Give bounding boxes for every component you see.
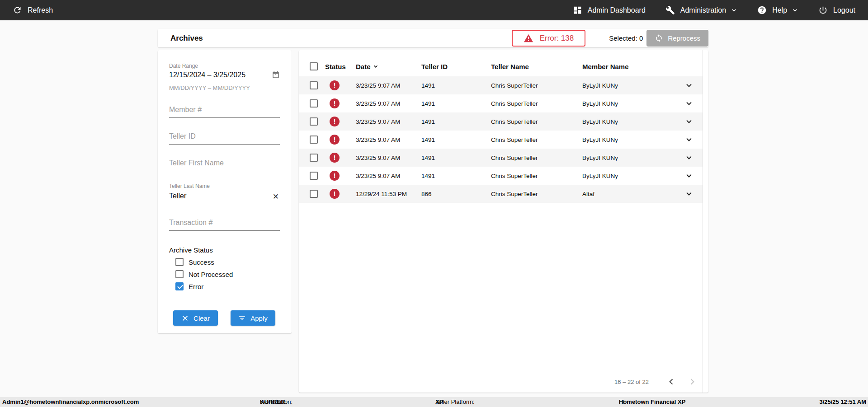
expand-row-icon[interactable] [684, 189, 693, 198]
nav-admin-dashboard-label: Admin Dashboard [588, 6, 646, 14]
refresh-button[interactable]: Refresh [13, 5, 53, 15]
table-row[interactable]: ! 3/23/25 9:07 AM 1491 Chris SuperTeller… [299, 112, 703, 131]
column-header-teller-id[interactable]: Teller ID [421, 63, 491, 70]
row-checkbox[interactable] [310, 99, 318, 108]
archive-status-option-2[interactable]: Error [175, 282, 280, 290]
archive-status-option-0[interactable]: Success [175, 258, 280, 266]
transaction-number-input[interactable] [169, 216, 280, 231]
table-row[interactable]: ! 3/23/25 9:07 AM 1491 Chris SuperTeller… [299, 149, 703, 167]
transaction-number-field [169, 216, 280, 231]
table-header-row: Status Date Teller ID Teller Name Member… [299, 50, 703, 76]
row-checkbox[interactable] [310, 136, 318, 144]
table-row[interactable]: ! 3/23/25 9:07 AM 1491 Chris SuperTeller… [299, 131, 703, 149]
cell-teller-name: Chris SuperTeller [491, 154, 582, 161]
member-number-field [169, 103, 280, 118]
column-header-member-name[interactable]: Member Name [582, 63, 675, 70]
teller-first-name-input[interactable] [169, 156, 280, 171]
expand-row-icon[interactable] [684, 81, 693, 90]
cell-member-name: ByLyJI KUNy [582, 100, 675, 107]
teller-last-name-input[interactable] [169, 189, 272, 204]
cell-teller-name: Chris SuperTeller [491, 136, 582, 143]
reprocess-button[interactable]: Reprocess [646, 30, 708, 47]
cell-member-name: ByLyJI KUNy [582, 82, 675, 89]
row-checkbox[interactable] [310, 190, 318, 198]
cell-date: 3/23/25 9:07 AM [356, 136, 421, 143]
topbar-nav: Admin Dashboard Administration Help Logo… [573, 5, 855, 15]
archive-status-option-1[interactable]: Not Processed [175, 270, 280, 278]
apply-button[interactable]: Apply [231, 310, 275, 326]
error-status-icon: ! [330, 80, 340, 90]
member-number-input[interactable] [169, 103, 280, 118]
page-range-label: 16 – 22 of 22 [614, 379, 649, 385]
cell-teller-id: 866 [421, 191, 491, 197]
column-header-date[interactable]: Date [356, 63, 421, 70]
date-range-label: Date Range [169, 63, 280, 69]
date-range-input[interactable]: 12/15/2024 – 3/25/2025 [169, 69, 280, 82]
pagination: 16 – 22 of 22 [614, 377, 697, 386]
checkbox-success[interactable] [175, 258, 184, 266]
warning-triangle-icon [524, 33, 533, 43]
topbar: Refresh Admin Dashboard Administration H… [0, 0, 868, 20]
row-checkbox[interactable] [310, 172, 318, 180]
expand-row-icon[interactable] [684, 99, 693, 108]
footer-datetime: 3/25/25 12:51 AM [819, 397, 866, 407]
cell-teller-name: Chris SuperTeller [491, 100, 582, 107]
table-row[interactable]: ! 3/23/25 9:07 AM 1491 Chris SuperTeller… [299, 167, 703, 185]
expand-row-icon[interactable] [684, 135, 693, 144]
error-status-icon: ! [330, 117, 340, 126]
next-page-icon[interactable] [688, 377, 697, 386]
page-header: Archives Error: 138 Selected: 0 Reproces… [158, 29, 708, 47]
select-all-checkbox[interactable] [310, 62, 318, 70]
date-range-value: 12/15/2024 – 3/25/2025 [169, 71, 245, 79]
error-status-icon: ! [330, 135, 340, 145]
checkbox-not-processed[interactable] [175, 270, 184, 278]
table-row[interactable]: ! 12/29/24 11:53 PM 866 Chris SuperTelle… [299, 185, 703, 203]
previous-page-icon[interactable] [667, 377, 676, 386]
chevron-down-icon [731, 7, 737, 14]
checkbox-success-label: Success [189, 258, 214, 266]
expand-row-icon[interactable] [684, 171, 693, 180]
teller-first-name-field [169, 156, 280, 171]
cell-teller-name: Chris SuperTeller [491, 82, 582, 89]
nav-help[interactable]: Help [757, 5, 798, 15]
nav-admin-dashboard[interactable]: Admin Dashboard [573, 5, 646, 15]
checkbox-error[interactable] [175, 282, 184, 290]
row-checkbox[interactable] [310, 154, 318, 162]
cell-teller-name: Chris SuperTeller [491, 118, 582, 125]
cell-member-name: ByLyJI KUNy [582, 173, 675, 179]
error-status-icon: ! [330, 189, 340, 199]
column-header-status[interactable]: Status [325, 63, 356, 70]
nav-help-label: Help [772, 6, 787, 14]
clear-button-label: Clear [193, 314, 210, 322]
cell-teller-name: Chris SuperTeller [491, 191, 582, 197]
date-range-hint: MM/DD/YYYY – MM/DD/YYYY [169, 84, 280, 91]
error-count-badge[interactable]: Error: 138 [512, 30, 586, 47]
teller-id-input[interactable] [169, 130, 280, 145]
footer-user: Admin1@hometownfinancialxp.onmicrosoft.c… [2, 397, 139, 407]
table-scrollbar[interactable] [703, 50, 708, 393]
nav-administration[interactable]: Administration [665, 5, 737, 15]
chevron-down-icon [792, 7, 798, 14]
column-header-teller-name[interactable]: Teller Name [491, 63, 582, 70]
clear-button[interactable]: Clear [173, 310, 218, 326]
sync-icon [655, 34, 663, 42]
teller-id-field [169, 130, 280, 145]
calendar-icon[interactable] [272, 71, 280, 79]
nav-logout[interactable]: Logout [818, 5, 855, 15]
table-row[interactable]: ! 3/23/25 9:07 AM 1491 Chris SuperTeller… [299, 76, 703, 94]
apply-button-label: Apply [250, 314, 268, 322]
expand-row-icon[interactable] [684, 117, 693, 126]
date-range-field: Date Range 12/15/2024 – 3/25/2025 MM/DD/… [169, 63, 280, 91]
cell-teller-name: Chris SuperTeller [491, 173, 582, 179]
cell-date: 12/29/24 11:53 PM [356, 191, 421, 197]
cell-teller-id: 1491 [421, 154, 491, 161]
archives-table-panel: Status Date Teller ID Teller Name Member… [299, 50, 708, 393]
teller-last-name-label: Teller Last Name [169, 183, 280, 189]
cell-teller-id: 1491 [421, 100, 491, 107]
expand-row-icon[interactable] [684, 153, 693, 162]
row-checkbox[interactable] [310, 81, 318, 89]
clear-field-icon[interactable]: ✕ [272, 192, 280, 201]
row-checkbox[interactable] [310, 117, 318, 126]
archive-status-group: Archive Status Success Not Processed Err… [169, 246, 280, 290]
table-row[interactable]: ! 3/23/25 9:07 AM 1491 Chris SuperTeller… [299, 94, 703, 112]
